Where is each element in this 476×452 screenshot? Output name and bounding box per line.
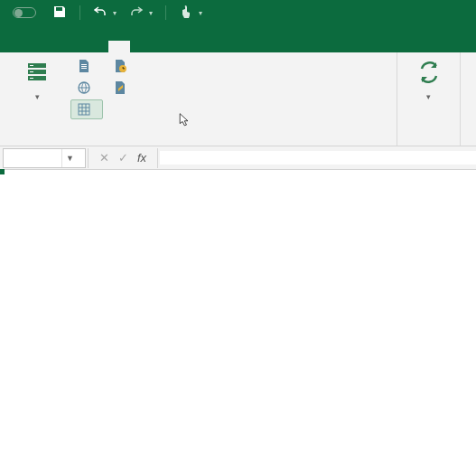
title-bar: ▾ ▾ ▾ xyxy=(0,0,476,25)
formula-input[interactable] xyxy=(160,151,476,165)
svg-rect-1 xyxy=(79,104,89,115)
globe-icon xyxy=(77,80,91,95)
existing-connections-button[interactable] xyxy=(107,78,139,98)
connection-icon xyxy=(113,80,127,95)
name-box[interactable]: ▼ xyxy=(3,148,86,168)
touch-mode-icon[interactable] xyxy=(179,5,193,22)
mouse-cursor-icon xyxy=(178,113,192,127)
fx-icon[interactable]: fx xyxy=(137,151,146,165)
queries-label xyxy=(461,52,475,146)
ribbon-group-label xyxy=(7,140,389,146)
tab-formulas[interactable] xyxy=(87,41,108,52)
from-csv-button[interactable] xyxy=(70,56,103,76)
recent-sources-button[interactable] xyxy=(107,56,139,76)
cancel-icon[interactable]: ✕ xyxy=(99,151,109,165)
name-box-dropdown[interactable]: ▼ xyxy=(61,149,78,167)
save-icon[interactable] xyxy=(52,5,67,22)
redo-icon[interactable] xyxy=(129,5,144,22)
from-web-button[interactable] xyxy=(70,78,103,98)
tab-review[interactable] xyxy=(130,41,152,52)
autosave-toggle[interactable] xyxy=(7,7,36,18)
refresh-label-2 xyxy=(426,90,431,103)
switch-icon xyxy=(13,7,36,18)
quick-access-toolbar: ▾ ▾ ▾ xyxy=(52,5,202,22)
refresh-all-button[interactable] xyxy=(405,56,453,129)
ribbon-tabs xyxy=(0,25,476,52)
tab-layout[interactable] xyxy=(65,41,87,52)
file-text-icon xyxy=(77,59,91,73)
from-range-button[interactable] xyxy=(70,99,103,119)
get-data-label-2 xyxy=(35,90,40,103)
undo-icon[interactable] xyxy=(93,5,107,22)
formula-bar: ▼ ✕ ✓ fx xyxy=(0,146,476,170)
name-box-input[interactable] xyxy=(4,152,61,165)
tab-data[interactable] xyxy=(108,41,130,52)
tab-file[interactable] xyxy=(0,41,22,52)
ribbon xyxy=(0,52,476,146)
enter-icon[interactable]: ✓ xyxy=(118,151,128,165)
tab-insert[interactable] xyxy=(43,41,65,52)
table-icon xyxy=(77,102,91,117)
tab-home[interactable] xyxy=(22,41,43,52)
recent-icon xyxy=(113,59,127,73)
get-data-button[interactable] xyxy=(7,56,67,140)
